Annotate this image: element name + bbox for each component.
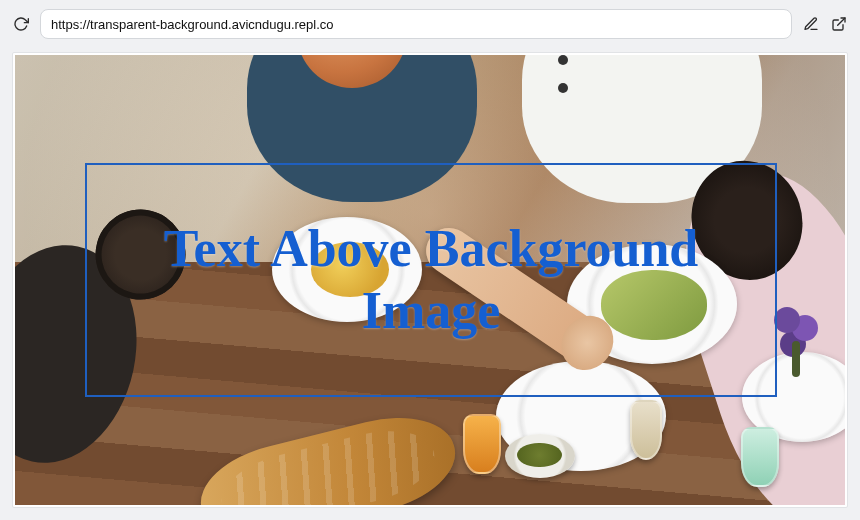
open-external-icon[interactable] (830, 15, 848, 33)
refresh-icon[interactable] (12, 15, 30, 33)
hero-overlay-frame: Text Above Background Image (85, 163, 777, 397)
hero-background-image: Text Above Background Image (15, 55, 845, 505)
svg-line-0 (838, 18, 845, 25)
browser-toolbar (0, 0, 860, 48)
hero-heading: Text Above Background Image (107, 218, 755, 343)
edit-icon[interactable] (802, 15, 820, 33)
url-input[interactable] (40, 9, 792, 39)
page-viewport: Text Above Background Image (12, 52, 848, 508)
